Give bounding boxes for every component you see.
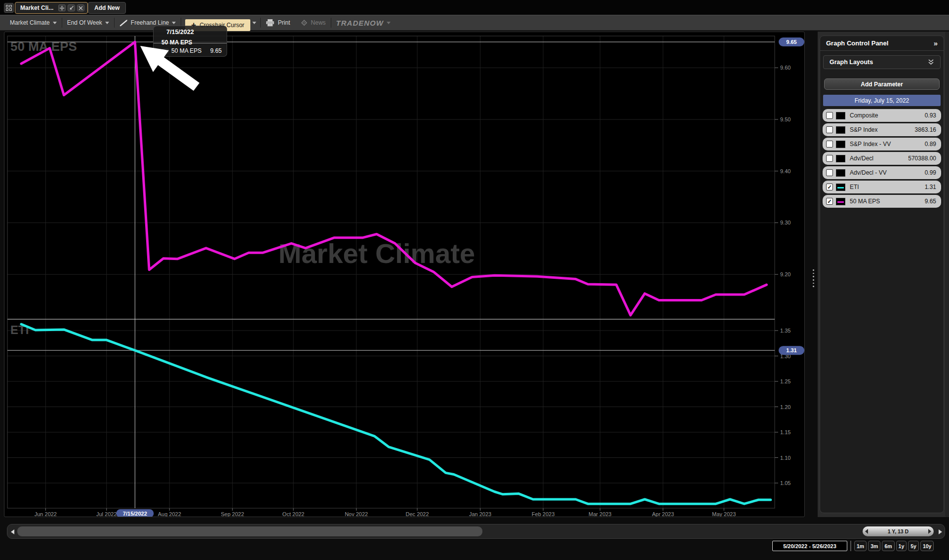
parameter-row[interactable]: S&P Index3863.16 — [823, 123, 941, 136]
parameter-value: 3863.16 — [915, 126, 936, 133]
range-duration-label: 1 Y, 13 D — [888, 528, 909, 534]
add-parameter-label: Add Parameter — [861, 81, 903, 88]
add-new-button[interactable]: Add New — [88, 2, 126, 14]
time-scrollbar[interactable]: 1 Y, 13 D — [7, 524, 945, 539]
color-swatch-icon[interactable] — [836, 169, 845, 177]
date-range-display[interactable]: 5/20/2022 - 5/26/2023 — [772, 541, 847, 551]
tab-dock-button[interactable] — [68, 4, 75, 11]
print-icon — [266, 19, 275, 27]
parameter-list: Composite0.93S&P Index3863.16S&P Index -… — [823, 109, 941, 209]
period-select-dropdown[interactable]: End Of Week — [62, 15, 114, 30]
tradenow-menu[interactable]: TRADENOW — [331, 15, 395, 30]
parameter-row[interactable]: Adv/Decl570388.00 — [823, 152, 941, 165]
parameter-row[interactable]: ✓ETI1.31 — [823, 181, 941, 193]
x-axis-date-badge-label: 7/15/2022 — [123, 511, 147, 517]
color-swatch-icon[interactable] — [836, 112, 845, 119]
x-axis-label: Jul 2022 — [96, 511, 117, 517]
color-swatch-icon[interactable] — [836, 184, 845, 191]
tradenow-logo: TRADENOW — [336, 19, 384, 27]
print-button[interactable]: Print — [261, 15, 295, 30]
slider-left-arrow[interactable] — [865, 529, 868, 534]
date-range-label: 5/20/2022 - 5/26/2023 — [783, 543, 836, 549]
slider-right-arrow[interactable] — [928, 529, 931, 534]
parameter-checkbox[interactable] — [826, 126, 833, 133]
tooltip-row-label: 50 MA EPS — [171, 47, 201, 54]
scroll-left-arrow[interactable] — [11, 529, 14, 534]
zoom-button-6m[interactable]: 6m — [882, 541, 894, 551]
parameter-row[interactable]: S&P Index - VV0.89 — [823, 138, 941, 150]
x-axis-label: Oct 2022 — [282, 511, 305, 517]
layout-select-dropdown[interactable]: Market Climate — [5, 15, 62, 30]
print-label: Print — [278, 19, 290, 26]
tooltip-value-row: 50 MA EPS 9.65 — [154, 46, 227, 54]
bottom-controls: 5/20/2022 - 5/26/2023 1m3m6m1y5y10y — [0, 540, 949, 553]
y-axis-label: 9.20 — [780, 271, 791, 277]
parameter-checkbox[interactable] — [826, 169, 833, 176]
workspace-grid-button[interactable] — [4, 3, 14, 13]
parameter-value: 0.99 — [925, 169, 936, 176]
scrollbar-thumb[interactable] — [17, 526, 482, 536]
watermark-text: Market Climate — [278, 238, 475, 269]
series-line-eti[interactable] — [21, 324, 771, 504]
sidebar-panel: Graph Control Panel » Graph Layouts Add … — [820, 36, 944, 513]
parameter-row[interactable]: Composite0.93 — [823, 109, 941, 122]
parameter-label: 50 MA EPS — [850, 198, 880, 205]
parameter-label: ETI — [850, 184, 859, 190]
parameter-checkbox[interactable] — [826, 112, 833, 119]
parameter-value: 9.65 — [925, 198, 936, 205]
collapse-right-icon[interactable]: » — [934, 39, 938, 47]
zoom-button-10y[interactable]: 10y — [920, 541, 934, 551]
double-chevron-down-icon — [928, 59, 934, 66]
chevron-down-icon — [172, 22, 176, 24]
y-axis-label: 9.60 — [780, 65, 791, 71]
range-duration-slider[interactable]: 1 Y, 13 D — [863, 526, 934, 536]
panel-splitter-handle[interactable] — [812, 269, 815, 287]
scroll-right-arrow[interactable] — [939, 529, 942, 534]
freehand-line-icon — [119, 19, 128, 27]
period-select-label: End Of Week — [67, 19, 102, 26]
tab-move-button[interactable] — [58, 4, 66, 11]
parameter-label: Composite — [850, 112, 878, 119]
color-swatch-icon[interactable] — [836, 126, 845, 134]
tooltip-date: 7/15/2022 — [154, 26, 227, 36]
selected-date-label: Friday, July 15, 2022 — [855, 97, 909, 104]
crosshair-line-overlay — [154, 43, 227, 43]
color-swatch-icon[interactable] — [836, 141, 845, 148]
layout-select-label: Market Climate — [10, 19, 50, 26]
x-axis-label: Mar 2023 — [589, 511, 611, 517]
zoom-button-1m[interactable]: 1m — [854, 541, 867, 551]
plot-border — [7, 36, 775, 508]
color-swatch-icon[interactable] — [836, 155, 845, 162]
grid-icon — [6, 5, 12, 11]
y-axis-label: 1.15 — [780, 429, 791, 435]
sidebar-header[interactable]: Graph Control Panel » — [820, 36, 944, 51]
chart-area[interactable]: Market Climate50 MA EPSETI9.609.509.409.… — [4, 32, 805, 517]
tab-market-climate[interactable]: Market Cli... — [15, 2, 88, 14]
color-swatch-icon[interactable] — [836, 198, 845, 205]
parameter-checkbox[interactable]: ✓ — [826, 184, 833, 190]
sidebar-scrollbar[interactable] — [945, 32, 949, 517]
add-parameter-button[interactable]: Add Parameter — [824, 78, 940, 90]
x-axis-label: Jan 2023 — [469, 511, 491, 517]
price-chart[interactable]: Market Climate50 MA EPSETI9.609.509.409.… — [4, 32, 804, 517]
chevron-down-icon — [53, 22, 57, 24]
tooltip-row-value: 9.65 — [210, 47, 222, 54]
parameter-row[interactable]: ✓50 MA EPS9.65 — [823, 195, 941, 208]
tab-close-button[interactable] — [77, 4, 84, 11]
y-axis-badge-label: 9.65 — [786, 39, 796, 45]
news-button[interactable]: News — [295, 15, 331, 30]
zoom-button-3m[interactable]: 3m — [868, 541, 880, 551]
x-axis-label: Jun 2022 — [35, 511, 57, 517]
parameter-row[interactable]: Adv/Decl - VV0.99 — [823, 166, 941, 179]
graph-layouts-bar[interactable]: Graph Layouts — [823, 55, 941, 69]
y-axis-badge-label: 1.31 — [786, 347, 796, 353]
y-axis-label: 9.50 — [780, 116, 791, 122]
zoom-button-1y[interactable]: 1y — [896, 541, 907, 551]
zoom-button-5y[interactable]: 5y — [908, 541, 919, 551]
sidebar-header-label: Graph Control Panel — [826, 39, 888, 47]
x-axis-label: Nov 2022 — [345, 511, 368, 517]
parameter-checkbox[interactable] — [826, 141, 833, 148]
parameter-checkbox[interactable] — [826, 155, 833, 162]
parameter-checkbox[interactable]: ✓ — [826, 198, 833, 205]
chart-toolbar: Market Climate End Of Week Freehand Line… — [0, 15, 949, 31]
